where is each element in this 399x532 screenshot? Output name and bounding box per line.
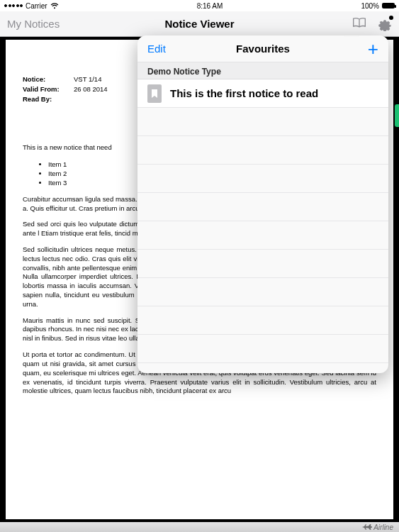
settings-badge-icon <box>389 16 393 20</box>
edit-button[interactable]: Edit <box>147 43 166 55</box>
meta-valid-value: 26 08 2014 <box>74 85 108 93</box>
meta-valid-label: Valid From: <box>23 85 74 93</box>
page-title: Notice Viewer <box>164 18 234 30</box>
carrier-label: Carrier <box>26 2 47 10</box>
signal-dots-icon <box>4 4 23 7</box>
bookmark-button[interactable] <box>352 17 366 31</box>
popover-header: Edit Favourites + <box>137 35 388 62</box>
status-bar: Carrier 8:16 AM 100% <box>0 0 399 11</box>
meta-readby-label: Read By: <box>23 95 74 103</box>
back-button[interactable]: My Notices <box>7 18 60 30</box>
nav-bar: My Notices Notice Viewer <box>0 11 399 37</box>
empty-rows <box>137 108 388 363</box>
footer-brand: Airline <box>373 523 393 531</box>
battery-pct: 100% <box>361 2 379 10</box>
favourite-item[interactable]: This is the first notice to read <box>137 79 388 108</box>
clock: 8:16 AM <box>197 2 223 10</box>
settings-button[interactable] <box>378 17 392 31</box>
add-button[interactable]: + <box>368 40 378 58</box>
footer-bar: Airline <box>0 522 399 532</box>
battery-icon <box>382 3 395 9</box>
airplane-icon <box>362 523 372 531</box>
page-marker[interactable] <box>395 104 399 127</box>
bookmark-icon <box>147 84 162 103</box>
wifi-icon <box>50 3 59 9</box>
popover-title: Favourites <box>236 43 290 55</box>
favourite-item-label: This is the first notice to read <box>170 87 318 99</box>
meta-notice-label: Notice: <box>23 75 74 83</box>
favourites-popover: Edit Favourites + Demo Notice Type This … <box>137 35 388 373</box>
section-header: Demo Notice Type <box>137 62 388 79</box>
meta-notice-value: VST 1/14 <box>74 75 101 83</box>
book-open-icon <box>352 17 366 28</box>
